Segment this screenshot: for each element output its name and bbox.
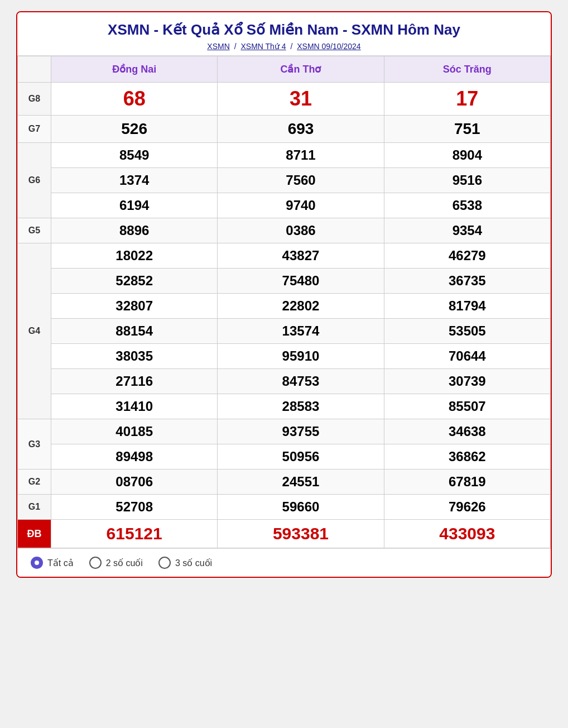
prize-db-v3: 433093 (384, 520, 550, 548)
table-row: G8 68 31 17 (18, 83, 551, 116)
prize-g6-1-v2: 8711 (218, 143, 384, 168)
prize-g3-1-v2: 93755 (218, 419, 384, 444)
table-row: 38035 95910 70644 (18, 344, 551, 369)
prize-g4-5-v1: 38035 (51, 344, 218, 369)
radio-label-2-so-cuoi: 2 số cuối (106, 558, 143, 568)
radio-2-so-cuoi[interactable]: 2 số cuối (89, 557, 143, 569)
footer: Tất cả 2 số cuối 3 số cuối (17, 548, 551, 577)
prize-g6-2-v3: 9516 (384, 168, 550, 193)
radio-circle-tat-ca[interactable] (31, 557, 43, 569)
table-row: ĐB 615121 593381 433093 (18, 520, 551, 548)
prize-g4-4-v3: 53505 (384, 319, 550, 344)
prize-g4-1-v1: 18022 (51, 243, 218, 269)
table-row: G5 8896 0386 9354 (18, 218, 551, 243)
header: XSMN - Kết Quả Xổ Số Miền Nam - SXMN Hôm… (17, 12, 551, 56)
prize-g7-v2: 693 (218, 116, 384, 143)
prize-g4-4-v2: 13574 (218, 319, 384, 344)
prize-label-g7: G7 (18, 116, 51, 143)
prize-g4-6-v2: 84753 (218, 369, 384, 394)
prize-label-db: ĐB (18, 520, 51, 548)
prize-db-v2: 593381 (218, 520, 384, 548)
table-row: G4 18022 43827 46279 (18, 243, 551, 269)
table-row: 27116 84753 30739 (18, 369, 551, 394)
col-header-can-tho: Cần Thơ (218, 56, 384, 83)
prize-g3-2-v3: 36862 (384, 444, 550, 470)
prize-g2-v3: 67819 (384, 470, 550, 495)
prize-g4-1-v3: 46279 (384, 243, 550, 269)
prize-g4-1-v2: 43827 (218, 243, 384, 269)
page-title: XSMN - Kết Quả Xổ Số Miền Nam - SXMN Hôm… (24, 21, 544, 39)
table-row: G3 40185 93755 34638 (18, 419, 551, 444)
prize-g4-2-v2: 75480 (218, 269, 384, 294)
prize-g5-v1: 8896 (51, 218, 218, 243)
radio-circle-2-so-cuoi[interactable] (89, 557, 102, 569)
table-row: 31410 28583 85507 (18, 394, 551, 419)
prize-g5-v2: 0386 (218, 218, 384, 243)
prize-g1-v3: 79626 (384, 495, 550, 520)
prize-g6-2-v1: 1374 (51, 168, 218, 193)
prize-g6-3-v3: 6538 (384, 193, 550, 218)
col-header-dong-nai: Đồng Nai (51, 56, 218, 83)
radio-3-so-cuoi[interactable]: 3 số cuối (158, 557, 212, 569)
prize-g1-v1: 52708 (51, 495, 218, 520)
radio-label-tat-ca: Tất cả (47, 558, 74, 568)
main-container: XSMN - Kết Quả Xổ Số Miền Nam - SXMN Hôm… (16, 11, 552, 578)
table-row: G1 52708 59660 79626 (18, 495, 551, 520)
prize-g4-3-v3: 81794 (384, 294, 550, 319)
table-row: G6 8549 8711 8904 (18, 143, 551, 168)
prize-g4-5-v2: 95910 (218, 344, 384, 369)
prize-label-g6: G6 (18, 143, 51, 218)
prize-g3-2-v1: 89498 (51, 444, 218, 470)
table-row: G7 526 693 751 (18, 116, 551, 143)
prize-g8-v3: 17 (384, 83, 550, 116)
prize-g3-2-v2: 50956 (218, 444, 384, 470)
col-header-soc-trang: Sóc Trăng (384, 56, 550, 83)
prize-g4-5-v3: 70644 (384, 344, 550, 369)
prize-g6-1-v3: 8904 (384, 143, 550, 168)
link-xsmn[interactable]: XSMN (207, 42, 229, 51)
prize-label-g8: G8 (18, 83, 51, 116)
prize-db-v1: 615121 (51, 520, 218, 548)
prize-g4-7-v3: 85507 (384, 394, 550, 419)
prize-g4-6-v1: 27116 (51, 369, 218, 394)
prize-g7-v3: 751 (384, 116, 550, 143)
prize-g4-7-v2: 28583 (218, 394, 384, 419)
radio-tat-ca[interactable]: Tất cả (31, 557, 74, 569)
prize-g1-v2: 59660 (218, 495, 384, 520)
prize-label-g2: G2 (18, 470, 51, 495)
table-row: 6194 9740 6538 (18, 193, 551, 218)
prize-g7-v1: 526 (51, 116, 218, 143)
prize-label-g3: G3 (18, 419, 51, 470)
prize-g8-v2: 31 (218, 83, 384, 116)
table-row: 32807 22802 81794 (18, 294, 551, 319)
link-xsmn-date[interactable]: XSMN 09/10/2024 (297, 42, 360, 51)
results-table: Đồng Nai Cần Thơ Sóc Trăng G8 68 31 17 G… (17, 56, 551, 548)
prize-g6-1-v1: 8549 (51, 143, 218, 168)
breadcrumb: XSMN / XSMN Thứ 4 / XSMN 09/10/2024 (24, 42, 544, 51)
prize-g4-7-v1: 31410 (51, 394, 218, 419)
radio-label-3-so-cuoi: 3 số cuối (175, 558, 212, 568)
table-row: 1374 7560 9516 (18, 168, 551, 193)
prize-g4-3-v2: 22802 (218, 294, 384, 319)
prize-g6-3-v2: 9740 (218, 193, 384, 218)
prize-g4-6-v3: 30739 (384, 369, 550, 394)
prize-g4-2-v3: 36735 (384, 269, 550, 294)
prize-label-g1: G1 (18, 495, 51, 520)
prize-g2-v1: 08706 (51, 470, 218, 495)
prize-g6-2-v2: 7560 (218, 168, 384, 193)
prize-g4-3-v1: 32807 (51, 294, 218, 319)
table-row: 88154 13574 53505 (18, 319, 551, 344)
prize-g4-4-v1: 88154 (51, 319, 218, 344)
prize-g6-3-v1: 6194 (51, 193, 218, 218)
table-row: 89498 50956 36862 (18, 444, 551, 470)
link-xsmn-thu4[interactable]: XSMN Thứ 4 (240, 42, 286, 51)
prize-label-g4: G4 (18, 243, 51, 419)
table-row: 52852 75480 36735 (18, 269, 551, 294)
prize-label-g5: G5 (18, 218, 51, 243)
prize-g8-v1: 68 (51, 83, 218, 116)
prize-g5-v3: 9354 (384, 218, 550, 243)
table-row: G2 08706 24551 67819 (18, 470, 551, 495)
prize-g3-1-v1: 40185 (51, 419, 218, 444)
col-empty (18, 56, 51, 83)
radio-circle-3-so-cuoi[interactable] (158, 557, 171, 569)
